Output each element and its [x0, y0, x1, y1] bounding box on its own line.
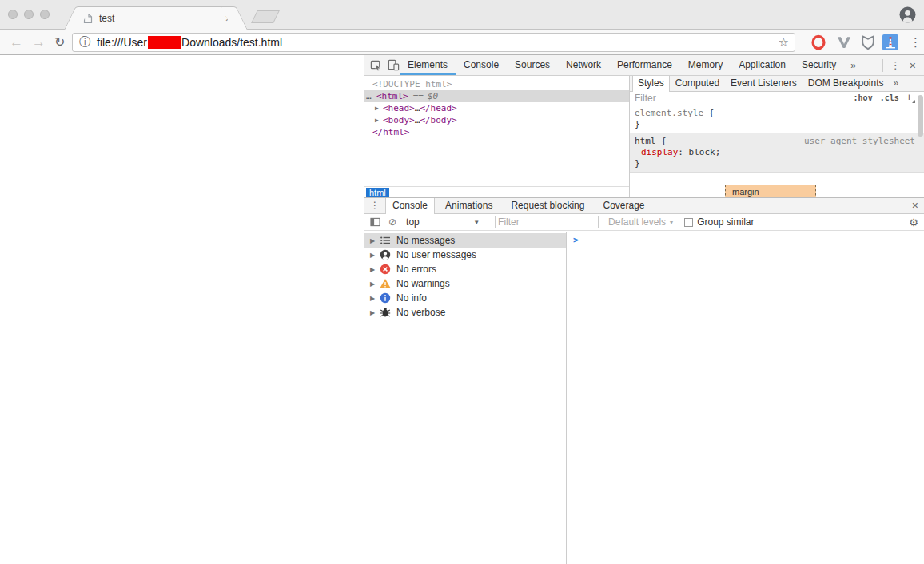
extension-shield-icon[interactable] [860, 34, 876, 50]
doctype-node[interactable]: <!DOCTYPE html> [364, 78, 629, 90]
sidebar-item-errors[interactable]: ▶ No errors [364, 262, 566, 276]
sidebar-item-user-messages[interactable]: ▶ No user messages [364, 248, 566, 262]
clear-console-icon[interactable]: ⊘ [388, 216, 396, 228]
body-close-tag: </body> [420, 115, 456, 125]
drawer-tab-request-blocking[interactable]: Request blocking [503, 198, 592, 213]
log-levels-dropdown[interactable]: Default levels ▾ [608, 216, 673, 228]
messages-list-icon [380, 235, 391, 246]
page-content [0, 55, 364, 564]
forward-button[interactable]: → [32, 33, 46, 52]
traffic-light-close[interactable] [8, 10, 18, 19]
user-messages-icon [380, 249, 391, 260]
tab-elements[interactable]: Elements [400, 55, 456, 75]
tab-memory[interactable]: Memory [680, 55, 731, 75]
devtools-close-icon[interactable]: × [908, 59, 924, 72]
expand-arrow-icon[interactable]: ▶ [375, 102, 383, 114]
margin-top-value[interactable]: - [769, 187, 772, 197]
expand-arrow-icon[interactable]: ▶ [370, 252, 380, 259]
expand-arrow-icon[interactable]: ▶ [370, 309, 380, 316]
device-toolbar-icon[interactable] [388, 59, 400, 71]
bookmark-star-icon[interactable]: ☆ [779, 35, 789, 50]
css-property-value[interactable]: block [689, 147, 715, 157]
new-style-rule-button[interactable]: + [906, 92, 912, 103]
expand-arrow-icon[interactable]: ▶ [370, 237, 380, 244]
more-sidebar-tabs-icon[interactable]: » [889, 76, 902, 91]
drawer-close-icon[interactable]: × [906, 198, 924, 213]
styles-filter-input[interactable] [635, 93, 755, 104]
console-prompt-chevron[interactable]: > [573, 235, 579, 245]
drawer-menu-icon[interactable]: ⋮ [364, 198, 385, 213]
url-suffix: Downloads/test.html [181, 36, 282, 49]
extension-v-icon[interactable] [836, 34, 852, 50]
tab-application[interactable]: Application [731, 55, 794, 75]
sidebar-item-verbose[interactable]: ▶ No verbose [364, 305, 566, 320]
devtools-panel: Elements Console Sources Network Perform… [364, 55, 924, 564]
sidebar-item-all-messages[interactable]: ▶ No messages [364, 233, 566, 248]
console-filter-input[interactable] [495, 216, 599, 228]
page-info-icon[interactable]: ⓘ [79, 35, 90, 50]
tab-styles[interactable]: Styles [632, 76, 670, 92]
dollar0-hint: $0 [428, 91, 438, 101]
back-button[interactable]: ← [10, 33, 23, 52]
html-close-node[interactable]: </html> [364, 126, 629, 138]
drawer-tab-animations[interactable]: Animations [437, 198, 500, 213]
extension-opera-icon[interactable] [810, 34, 826, 50]
html-node-selected[interactable]: … <html>==$0 [364, 90, 629, 102]
head-node[interactable]: ▶<head>…</head> [364, 102, 629, 114]
dom-tree: <!DOCTYPE html> … <html>==$0 ▶<head>…</h… [364, 76, 629, 186]
user-agent-rule[interactable]: user agent stylesheethtml { display: blo… [630, 133, 924, 173]
sidebar-item-warnings[interactable]: ▶ No warnings [364, 276, 566, 291]
url-bar[interactable]: ⓘ file:///User Downloads/test.html ☆ [72, 33, 795, 52]
traffic-light-minimize[interactable] [24, 10, 34, 19]
html-open-tag: <html> [376, 91, 408, 101]
drawer-tabbar: ⋮ Console Animations Request blocking Co… [364, 198, 924, 214]
traffic-light-zoom[interactable] [40, 10, 50, 19]
tab-dom-breakpoints[interactable]: DOM Breakpoints [803, 76, 890, 91]
browser-menu-icon[interactable]: ⋮ [910, 34, 922, 51]
expand-arrow-icon[interactable]: ▶ [370, 280, 380, 288]
body-node[interactable]: ▶<body>…</body> [364, 114, 629, 126]
drawer-tab-coverage[interactable]: Coverage [595, 198, 652, 213]
styles-scrollbar-thumb[interactable] [918, 95, 923, 137]
equals-hint: == [413, 91, 424, 101]
expand-arrow-icon[interactable]: ▶ [370, 266, 380, 273]
console-sidebar-toggle-icon[interactable] [370, 217, 380, 227]
sidebar-item-label: No verbose [396, 307, 445, 318]
page-icon [83, 13, 93, 24]
more-tabs-icon[interactable]: » [844, 60, 862, 71]
expand-arrow-icon[interactable]: ▶ [375, 114, 383, 126]
box-model-margin[interactable]: margin - [725, 185, 816, 197]
error-icon [380, 264, 391, 275]
tab-event-listeners[interactable]: Event Listeners [725, 76, 803, 91]
execution-context-selector[interactable]: top ▼ [406, 216, 483, 228]
pseudo-state-toggle[interactable]: :hov [854, 93, 873, 105]
tab-security[interactable]: Security [794, 55, 844, 75]
tab-sources[interactable]: Sources [507, 55, 558, 75]
new-tab-button[interactable] [251, 10, 280, 23]
browser-tab[interactable]: test × [78, 6, 233, 30]
drawer-tab-console[interactable]: Console [385, 198, 435, 214]
devtools-menu-icon[interactable]: ⋮ [883, 59, 908, 71]
margin-label: margin [732, 187, 759, 197]
extension-lighthouse-icon[interactable] [882, 34, 898, 50]
redaction-box [148, 36, 181, 49]
class-toggle[interactable]: .cls [880, 93, 899, 105]
console-settings-gear-icon[interactable]: ⚙ [909, 216, 918, 228]
inspect-element-icon[interactable] [370, 59, 382, 71]
group-similar-label: Group similar [697, 216, 754, 228]
html-close-tag: </html> [372, 127, 409, 137]
group-similar-checkbox[interactable] [684, 218, 693, 227]
profile-avatar-icon[interactable] [899, 6, 916, 23]
reload-button[interactable]: ↻ [54, 33, 65, 52]
url-text: file:///User Downloads/test.html [97, 36, 282, 49]
css-property-name[interactable]: display [641, 147, 678, 157]
element-style-rule[interactable]: element.style { } [630, 105, 924, 133]
tab-console[interactable]: Console [456, 55, 507, 75]
tab-close-icon[interactable]: × [225, 12, 232, 25]
tab-network[interactable]: Network [558, 55, 609, 75]
gutter-dots-icon[interactable]: … [366, 90, 372, 102]
tab-performance[interactable]: Performance [609, 55, 680, 75]
tab-computed[interactable]: Computed [670, 76, 725, 91]
expand-arrow-icon[interactable]: ▶ [370, 295, 380, 302]
sidebar-item-info[interactable]: ▶ No info [364, 291, 566, 305]
